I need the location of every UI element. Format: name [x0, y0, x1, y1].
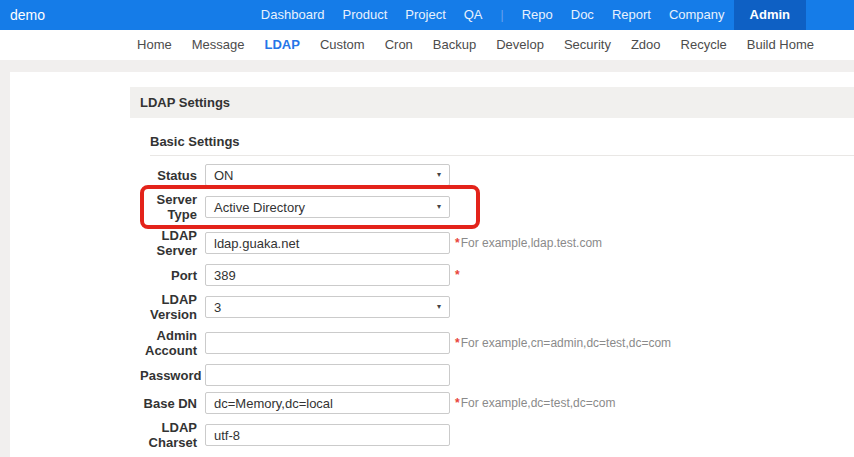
- chevron-down-icon: ▾: [437, 171, 441, 179]
- required-asterisk: *: [455, 268, 460, 282]
- subnav-cron[interactable]: Cron: [375, 30, 423, 60]
- screen: demo Dashboard Product Project QA | Repo…: [0, 0, 854, 457]
- port-input[interactable]: [205, 264, 450, 286]
- brand-logo[interactable]: demo: [10, 7, 45, 23]
- page-background: LDAP Settings Basic Settings Status ON ▾: [0, 60, 854, 457]
- nav-divider: |: [492, 8, 513, 22]
- subnav-ldap[interactable]: LDAP: [254, 30, 309, 60]
- subnav-message[interactable]: Message: [182, 30, 255, 60]
- ldap-version-select[interactable]: 3 ▾: [205, 296, 450, 318]
- top-nav-project[interactable]: Project: [396, 0, 454, 30]
- status-select-value: ON: [214, 168, 234, 183]
- server-type-label: Server Type: [140, 192, 205, 222]
- panel-header: LDAP Settings: [130, 87, 854, 118]
- top-nav-dashboard[interactable]: Dashboard: [252, 0, 334, 30]
- required-asterisk: *: [455, 336, 460, 350]
- form-row-server-type: Server Type Active Directory ▾: [140, 192, 854, 222]
- top-nav-qa[interactable]: QA: [455, 0, 492, 30]
- password-input[interactable]: [205, 364, 450, 386]
- admin-account-input[interactable]: [205, 332, 450, 354]
- ldap-charset-label: LDAP Charset: [140, 420, 205, 450]
- page-title: LDAP Settings: [140, 95, 230, 110]
- ldap-server-label: LDAP Server: [140, 228, 205, 258]
- form-row-status: Status ON ▾: [140, 164, 854, 186]
- section-divider: [150, 155, 854, 156]
- ldap-charset-input[interactable]: [205, 424, 450, 446]
- form-row-admin-account: Admin Account * For example,cn=admin,dc=…: [140, 328, 854, 358]
- hint-text: For example,ldap.test.com: [461, 236, 602, 250]
- top-nav-repo[interactable]: Repo: [513, 0, 562, 30]
- status-select[interactable]: ON ▾: [205, 164, 450, 186]
- top-nav-product[interactable]: Product: [333, 0, 396, 30]
- base-dn-input[interactable]: [205, 392, 450, 414]
- base-dn-label: Base DN: [140, 396, 205, 411]
- subnav-zdoo[interactable]: Zdoo: [621, 30, 671, 60]
- section-title: Basic Settings: [150, 134, 854, 149]
- required-asterisk: *: [455, 236, 460, 250]
- hint-text: For example,dc=test,dc=com: [461, 396, 616, 410]
- port-label: Port: [140, 268, 205, 283]
- base-dn-hint: * For example,dc=test,dc=com: [455, 396, 615, 410]
- ldap-server-hint: * For example,ldap.test.com: [455, 236, 602, 250]
- top-navbar: demo Dashboard Product Project QA | Repo…: [0, 0, 854, 30]
- required-asterisk: *: [455, 396, 460, 410]
- panel-content: Basic Settings Status ON ▾ Server: [130, 134, 854, 450]
- hint-text: For example,cn=admin,dc=test,dc=com: [461, 336, 671, 350]
- chevron-down-icon: ▾: [437, 203, 441, 211]
- sub-navbar: Home Message LDAP Custom Cron Backup Dev…: [0, 30, 854, 60]
- server-type-select-value: Active Directory: [214, 200, 305, 215]
- top-nav-items: Dashboard Product Project QA | Repo Doc …: [252, 0, 806, 30]
- form-row-port: Port *: [140, 264, 854, 286]
- ldap-version-select-value: 3: [214, 300, 221, 315]
- subnav-recycle[interactable]: Recycle: [671, 30, 737, 60]
- password-label: Password: [140, 368, 205, 383]
- top-nav-admin[interactable]: Admin: [734, 0, 806, 30]
- subnav-develop[interactable]: Develop: [486, 30, 554, 60]
- form-row-ldap-charset: LDAP Charset: [140, 420, 854, 450]
- chevron-down-icon: ▾: [437, 303, 441, 311]
- admin-account-label: Admin Account: [140, 328, 205, 358]
- top-nav-doc[interactable]: Doc: [562, 0, 603, 30]
- content-card: LDAP Settings Basic Settings Status ON ▾: [10, 72, 854, 457]
- top-nav-report[interactable]: Report: [603, 0, 660, 30]
- ldap-version-label: LDAP Version: [140, 292, 205, 322]
- server-type-select[interactable]: Active Directory ▾: [205, 196, 450, 218]
- subnav-custom[interactable]: Custom: [310, 30, 375, 60]
- subnav-security[interactable]: Security: [554, 30, 621, 60]
- subnav-backup[interactable]: Backup: [423, 30, 486, 60]
- form-row-ldap-version: LDAP Version 3 ▾: [140, 292, 854, 322]
- ldap-settings-form: Status ON ▾ Server Type Active Directory…: [140, 164, 854, 450]
- form-row-base-dn: Base DN * For example,dc=test,dc=com: [140, 392, 854, 414]
- subnav-home[interactable]: Home: [127, 30, 182, 60]
- form-row-ldap-server: LDAP Server * For example,ldap.test.com: [140, 228, 854, 258]
- form-row-password: Password: [140, 364, 854, 386]
- ldap-server-input[interactable]: [205, 232, 450, 254]
- admin-account-hint: * For example,cn=admin,dc=test,dc=com: [455, 336, 671, 350]
- top-nav-company[interactable]: Company: [660, 0, 734, 30]
- port-hint: *: [455, 268, 461, 282]
- subnav-build-home[interactable]: Build Home: [737, 30, 824, 60]
- status-label: Status: [140, 168, 205, 183]
